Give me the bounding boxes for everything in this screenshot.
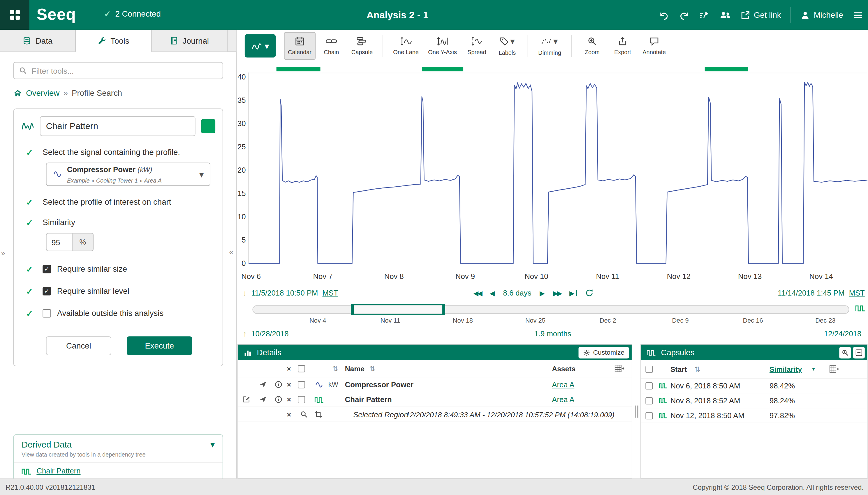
present-button[interactable] (698, 10, 710, 19)
get-link-button[interactable]: Get link (741, 10, 781, 19)
similar-level-checkbox[interactable] (43, 287, 51, 295)
toolbar-capsule-button[interactable]: Capsule (347, 32, 377, 60)
add-column-icon[interactable] (615, 360, 624, 377)
toolbar-one-lane-button[interactable]: One Lane (389, 32, 422, 60)
step-forward-full-button[interactable] (553, 289, 561, 297)
available-outside-checkbox[interactable] (43, 309, 51, 318)
step-back-full-button[interactable] (473, 289, 481, 297)
breadcrumb-overview-link[interactable]: Overview (26, 88, 60, 97)
collapse-sidebar-handle[interactable] (229, 248, 233, 256)
user-menu[interactable]: Michelle (800, 10, 843, 19)
cancel-button[interactable]: Cancel (46, 336, 111, 355)
row-checkbox[interactable] (298, 392, 305, 407)
sort-icon[interactable] (332, 360, 338, 377)
pin-icon[interactable] (259, 392, 267, 407)
derived-data-header[interactable]: Derived Data (14, 435, 222, 449)
toolbar-annotate-button[interactable]: Annotate (639, 32, 670, 60)
display-type-button[interactable] (245, 34, 276, 58)
users-button[interactable] (719, 10, 731, 19)
main-menu-button[interactable] (853, 10, 864, 19)
row-checkbox[interactable] (646, 393, 653, 408)
start-header[interactable]: Start (670, 360, 687, 378)
similarity-header[interactable]: Similarity (769, 360, 802, 378)
panel-resize-handle[interactable] (635, 405, 638, 417)
connection-status[interactable]: 2 Connected (104, 9, 161, 18)
execute-button[interactable]: Execute (127, 336, 192, 355)
sort-icon[interactable] (369, 360, 375, 377)
similarity-input[interactable] (46, 233, 72, 251)
toolbar-zoom-button[interactable]: Zoom (578, 32, 607, 60)
remove-icon[interactable] (287, 377, 291, 392)
add-column-icon[interactable] (829, 360, 839, 378)
toolbar-calendar-button[interactable]: Calendar (284, 32, 316, 60)
refresh-button[interactable] (585, 289, 594, 297)
undo-button[interactable] (658, 10, 669, 19)
redo-button[interactable] (679, 10, 689, 19)
remove-all-icon[interactable] (287, 360, 291, 377)
crop-icon[interactable] (314, 407, 322, 421)
range-start-date[interactable]: 11/5/2018 10:50 PM (251, 289, 318, 297)
edit-icon[interactable] (243, 392, 250, 407)
timezone-link[interactable]: MST (849, 289, 865, 297)
details-row-selected-region[interactable]: Selected Region 12/20/2018 8:49:33 AM - … (238, 407, 632, 422)
capsule-row[interactable]: Nov 8, 2018 8:52 AM 98.24% (641, 393, 867, 408)
name-header[interactable]: Name (345, 360, 365, 377)
item-name[interactable]: Chair Pattern (345, 392, 392, 407)
row-checkbox[interactable] (646, 408, 653, 423)
pattern-name-input[interactable] (40, 116, 196, 136)
toolbar-export-button[interactable]: Export (608, 32, 637, 60)
tab-journal[interactable]: Journal (152, 30, 228, 52)
range-end-date[interactable]: 11/14/2018 1:45 PM (778, 289, 845, 297)
apps-menu-button[interactable] (0, 0, 30, 30)
info-icon[interactable] (274, 377, 282, 392)
customize-button[interactable]: Customize (579, 346, 629, 358)
step-to-end-button[interactable] (569, 289, 577, 297)
zoom-to-capsule-button[interactable] (839, 346, 851, 358)
expand-panel-handle[interactable] (1, 249, 5, 257)
tab-tools[interactable]: Tools (76, 30, 151, 52)
home-icon[interactable] (13, 89, 22, 97)
select-all-checkbox[interactable] (298, 360, 305, 377)
investigate-duration[interactable]: 1.9 months (237, 330, 868, 338)
step-forward-half-button[interactable] (540, 289, 545, 297)
zoom-to-region-icon[interactable] (300, 407, 308, 421)
toolbar-chain-button[interactable]: Chain (317, 32, 346, 60)
step-back-half-button[interactable] (489, 289, 495, 297)
toolbar-spread-button[interactable]: Spread (463, 32, 491, 60)
asset-link[interactable]: Area A (552, 392, 574, 407)
toolbar-labels-button[interactable]: Labels (493, 32, 521, 60)
timebar-capsule-icon[interactable] (855, 304, 865, 312)
details-row-condition[interactable]: Chair Pattern Area A (238, 392, 632, 407)
select-all-checkbox[interactable] (646, 360, 653, 378)
details-row-signal[interactable]: kW Compressor Power Area A (238, 377, 632, 392)
pin-icon[interactable] (259, 377, 267, 392)
collapse-panel-button[interactable] (853, 346, 865, 358)
filter-tools-input[interactable] (32, 66, 217, 75)
investigate-end-date[interactable]: 12/24/2018 (824, 330, 861, 338)
timebar-selection[interactable] (352, 304, 445, 315)
remove-icon[interactable] (287, 392, 291, 407)
signal-select-dropdown[interactable]: Compressor Power (kW) Example » Cooling … (46, 163, 211, 186)
tab-data[interactable]: Data (0, 30, 76, 52)
seeq-logo[interactable]: Seeq (36, 5, 76, 24)
trend-chart[interactable]: 0510152025303540Nov 6Nov 7Nov 8Nov 9Nov … (237, 62, 867, 286)
asset-link[interactable]: Area A (552, 377, 574, 392)
capsule-row[interactable]: Nov 12, 2018 8:50 AM 97.82% (641, 408, 867, 423)
row-checkbox[interactable] (298, 377, 305, 392)
capsule-row[interactable]: Nov 6, 2018 8:50 AM 98.42% (641, 378, 867, 393)
timezone-link[interactable]: MST (322, 289, 338, 297)
toolbar-one-y-axis-button[interactable]: One Y-Axis (424, 32, 461, 60)
range-duration[interactable]: 8.6 days (503, 289, 532, 297)
assets-header[interactable]: Assets (552, 360, 575, 377)
remove-icon[interactable] (287, 407, 291, 421)
info-icon[interactable] (274, 392, 282, 407)
item-name[interactable]: Compressor Power (345, 377, 414, 392)
selection-left-handle[interactable] (351, 304, 354, 315)
color-swatch-button[interactable] (201, 119, 215, 133)
sort-icon[interactable] (694, 360, 700, 378)
selection-right-handle[interactable] (442, 304, 445, 315)
derived-item-link[interactable]: Chair Pattern (36, 467, 80, 476)
timebar-track[interactable] (252, 305, 849, 314)
similar-size-checkbox[interactable] (43, 265, 51, 273)
row-checkbox[interactable] (646, 378, 653, 393)
